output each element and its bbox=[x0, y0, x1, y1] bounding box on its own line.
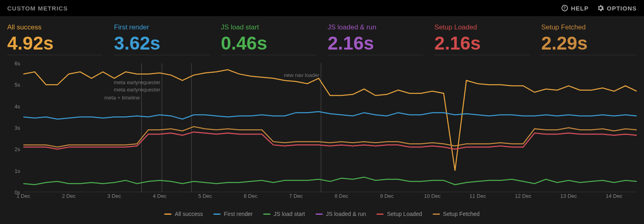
legend-item[interactable]: JS loaded & run bbox=[316, 211, 366, 217]
y-tick: 5s bbox=[14, 82, 20, 88]
series-line bbox=[23, 112, 637, 119]
y-tick: 2s bbox=[14, 146, 20, 152]
metric-value: 2.16s bbox=[328, 34, 423, 52]
metric-card[interactable]: JS loaded & run 2.16s bbox=[328, 23, 423, 55]
y-axis: 0s1s2s3s4s5s6s bbox=[7, 63, 20, 192]
metric-label: First render bbox=[114, 23, 209, 31]
metric-value: 2.29s bbox=[541, 34, 637, 52]
metric-value: 2.16s bbox=[434, 34, 530, 52]
metric-card[interactable]: JS load start 0.46s bbox=[221, 23, 316, 55]
metric-value: 0.46s bbox=[221, 34, 316, 52]
legend-label: JS load start bbox=[274, 211, 305, 217]
legend-item[interactable]: All success bbox=[164, 211, 203, 217]
legend-item[interactable]: First render bbox=[213, 211, 253, 217]
x-tick: 9 Dec bbox=[380, 193, 394, 199]
x-tick: 1 Dec bbox=[17, 193, 30, 199]
y-tick: 1s bbox=[14, 168, 20, 174]
metrics-row: All success 4.92sFirst render 3.62sJS lo… bbox=[0, 16, 644, 59]
x-tick: 11 Dec bbox=[469, 193, 486, 199]
legend-item[interactable]: JS load start bbox=[263, 211, 305, 217]
legend-label: All success bbox=[175, 211, 203, 217]
chart-annotation: meta + timeline bbox=[104, 95, 140, 101]
panel-header: CUSTOM METRICS ? HELP OPTIONS bbox=[0, 0, 644, 16]
legend-swatch bbox=[316, 214, 323, 215]
x-tick: 10 Dec bbox=[424, 193, 440, 199]
legend-item[interactable]: Setup Loaded bbox=[376, 211, 422, 217]
legend-label: JS loaded & run bbox=[326, 211, 366, 217]
x-tick: 7 Dec bbox=[289, 193, 303, 199]
plot[interactable]: meta + timelinemeta earlyrequestermeta e… bbox=[23, 63, 637, 192]
metric-label: JS loaded & run bbox=[328, 23, 423, 31]
x-tick: 12 Dec bbox=[515, 193, 531, 199]
header-actions: ? HELP OPTIONS bbox=[561, 5, 637, 12]
options-label: OPTIONS bbox=[607, 5, 637, 12]
series-line bbox=[23, 132, 637, 149]
metric-label: Setup Fetched bbox=[541, 23, 637, 31]
x-tick: 6 Dec bbox=[244, 193, 257, 199]
x-tick: 2 Dec bbox=[62, 193, 76, 199]
legend-label: Setup Loaded bbox=[387, 211, 422, 217]
metric-card[interactable]: First render 3.62s bbox=[114, 23, 209, 55]
x-tick: 8 Dec bbox=[334, 193, 348, 199]
metric-value: 4.92s bbox=[7, 34, 103, 52]
y-tick: 4s bbox=[14, 103, 20, 109]
help-icon: ? bbox=[561, 5, 568, 11]
svg-text:?: ? bbox=[564, 6, 566, 10]
y-tick: 6s bbox=[14, 60, 20, 66]
metric-card[interactable]: Setup Fetched 2.29s bbox=[541, 23, 637, 55]
y-tick: 3s bbox=[14, 125, 20, 131]
series-line bbox=[23, 177, 637, 185]
x-tick: 5 Dec bbox=[198, 193, 212, 199]
legend-swatch bbox=[263, 214, 270, 215]
metric-value: 3.62s bbox=[114, 34, 209, 52]
metric-label: JS load start bbox=[221, 23, 316, 31]
legend-swatch bbox=[433, 214, 440, 215]
gear-icon bbox=[597, 5, 604, 11]
legend: All success First render JS load start J… bbox=[0, 208, 644, 221]
chart-annotation: meta earlyrequester bbox=[114, 87, 161, 93]
x-tick: 14 Dec bbox=[606, 193, 622, 199]
series-line bbox=[23, 127, 637, 147]
metric-card[interactable]: Setup Loaded 2.16s bbox=[434, 23, 530, 55]
metric-card[interactable]: All success 4.92s bbox=[7, 23, 103, 55]
x-tick: 13 Dec bbox=[560, 193, 577, 199]
legend-swatch bbox=[164, 214, 171, 215]
x-tick: 3 Dec bbox=[107, 193, 121, 199]
legend-item[interactable]: Setup Fetched bbox=[433, 211, 480, 217]
legend-swatch bbox=[213, 214, 221, 215]
options-button[interactable]: OPTIONS bbox=[597, 5, 637, 12]
chart-annotation: new nav loader bbox=[284, 72, 319, 78]
metric-label: Setup Loaded bbox=[434, 23, 530, 31]
chart-annotation: meta earlyrequester bbox=[114, 79, 161, 85]
chart-area: 0s1s2s3s4s5s6s meta + timelinemeta early… bbox=[7, 63, 637, 208]
x-axis: 1 Dec2 Dec3 Dec4 Dec5 Dec6 Dec7 Dec8 Dec… bbox=[23, 193, 637, 201]
help-button[interactable]: ? HELP bbox=[561, 5, 588, 12]
help-label: HELP bbox=[571, 5, 588, 12]
legend-label: First render bbox=[224, 211, 253, 217]
legend-label: Setup Fetched bbox=[443, 211, 480, 217]
panel-title: CUSTOM METRICS bbox=[7, 5, 68, 12]
x-tick: 4 Dec bbox=[153, 193, 167, 199]
metric-label: All success bbox=[7, 23, 103, 31]
legend-swatch bbox=[376, 214, 384, 215]
